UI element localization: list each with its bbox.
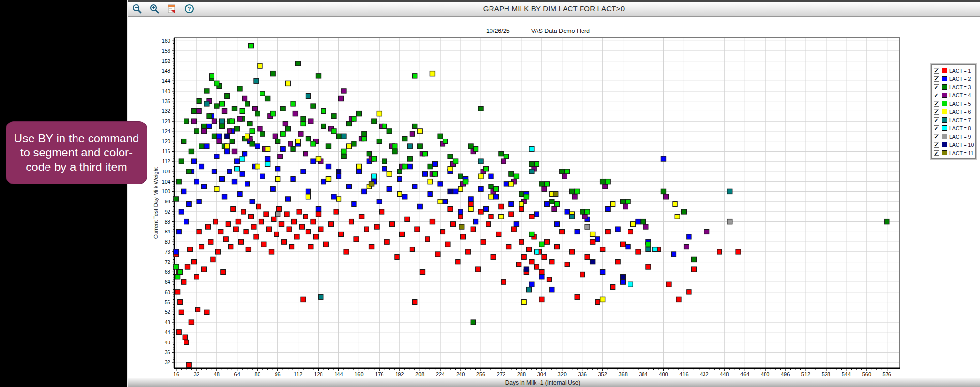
herd-name: VAS Data Demo Herd bbox=[531, 28, 590, 34]
data-point bbox=[407, 156, 412, 161]
data-point bbox=[509, 201, 514, 206]
data-point bbox=[687, 290, 691, 294]
data-point bbox=[681, 209, 686, 214]
data-point bbox=[673, 201, 677, 206]
data-point bbox=[184, 119, 189, 124]
data-point bbox=[478, 209, 483, 214]
data-point bbox=[501, 159, 506, 164]
data-point bbox=[501, 279, 506, 284]
data-point bbox=[306, 194, 311, 199]
data-point bbox=[336, 197, 341, 201]
data-point bbox=[279, 222, 284, 227]
data-point bbox=[223, 237, 228, 242]
data-point bbox=[534, 212, 539, 217]
svg-text:272: 272 bbox=[497, 372, 505, 377]
data-point bbox=[631, 222, 636, 227]
data-point bbox=[316, 74, 321, 78]
legend-checkbox-10[interactable]: ✓ bbox=[934, 142, 939, 148]
data-point bbox=[443, 199, 448, 204]
data-point bbox=[344, 249, 349, 254]
data-point bbox=[199, 164, 204, 169]
data-point bbox=[323, 242, 328, 247]
data-point bbox=[433, 161, 438, 166]
data-point bbox=[554, 245, 559, 249]
data-point bbox=[252, 106, 257, 111]
legend-swatch-9 bbox=[942, 134, 947, 139]
legend-checkbox-5[interactable]: ✓ bbox=[934, 101, 939, 107]
data-point bbox=[250, 199, 255, 204]
data-point bbox=[311, 159, 316, 164]
legend-checkbox-6[interactable]: ✓ bbox=[934, 109, 939, 115]
data-point bbox=[539, 275, 544, 279]
data-point bbox=[247, 121, 252, 126]
data-point bbox=[493, 186, 498, 191]
legend-checkbox-7[interactable]: ✓ bbox=[934, 117, 939, 123]
data-point bbox=[691, 257, 696, 262]
data-point bbox=[326, 164, 331, 169]
data-point bbox=[428, 164, 432, 169]
data-point bbox=[336, 174, 341, 179]
data-point bbox=[519, 192, 524, 197]
svg-text:32: 32 bbox=[165, 359, 170, 365]
data-point bbox=[407, 144, 412, 149]
data-point bbox=[474, 219, 478, 224]
data-point bbox=[321, 124, 326, 129]
svg-text:132: 132 bbox=[162, 108, 170, 114]
svg-text:124: 124 bbox=[162, 128, 170, 134]
data-point bbox=[420, 269, 425, 274]
data-point bbox=[621, 242, 626, 247]
data-point bbox=[204, 310, 209, 314]
data-point bbox=[448, 167, 453, 171]
data-point bbox=[570, 249, 575, 254]
data-point bbox=[611, 201, 615, 206]
svg-text:560: 560 bbox=[862, 372, 871, 377]
data-point bbox=[182, 279, 186, 284]
data-point bbox=[251, 224, 256, 229]
data-point bbox=[232, 179, 237, 184]
data-point bbox=[554, 201, 559, 206]
legend-checkbox-1[interactable]: ✓ bbox=[934, 68, 939, 74]
legend-label-5: LACT = 5 bbox=[949, 101, 971, 107]
data-point bbox=[514, 222, 519, 227]
data-point bbox=[544, 239, 549, 244]
data-point bbox=[423, 152, 428, 156]
legend-checkbox-4[interactable]: ✓ bbox=[934, 93, 939, 98]
legend-checkbox-3[interactable]: ✓ bbox=[934, 84, 939, 90]
data-point bbox=[284, 212, 289, 217]
svg-text:48: 48 bbox=[214, 372, 220, 377]
data-point bbox=[410, 131, 414, 136]
data-point bbox=[675, 214, 680, 219]
data-point bbox=[178, 269, 183, 274]
legend-checkbox-8[interactable]: ✓ bbox=[934, 125, 939, 131]
legend-swatch-5 bbox=[942, 101, 947, 106]
data-point bbox=[299, 224, 304, 229]
data-point bbox=[369, 182, 374, 186]
x-axis-title: Days in Milk -1 (Internal Use) bbox=[180, 379, 905, 386]
data-point bbox=[448, 189, 453, 194]
data-point bbox=[265, 96, 270, 101]
data-point bbox=[250, 141, 255, 146]
data-point bbox=[529, 232, 534, 237]
legend-row-9: ✓LACT = 9 bbox=[934, 132, 973, 140]
data-point bbox=[184, 340, 189, 345]
data-point bbox=[468, 201, 473, 206]
data-point bbox=[212, 169, 217, 174]
legend-checkbox-11[interactable]: ✓ bbox=[934, 150, 939, 156]
data-point bbox=[362, 136, 367, 141]
data-point bbox=[282, 239, 287, 244]
svg-text:64: 64 bbox=[165, 279, 170, 285]
data-point bbox=[448, 154, 453, 159]
data-point bbox=[341, 154, 346, 159]
legend-checkbox-2[interactable]: ✓ bbox=[934, 76, 939, 82]
data-point bbox=[489, 174, 493, 179]
data-point bbox=[636, 219, 641, 224]
data-point bbox=[208, 239, 213, 244]
data-point bbox=[550, 260, 554, 264]
data-point bbox=[274, 232, 279, 237]
data-point bbox=[428, 179, 432, 184]
data-point bbox=[471, 320, 475, 325]
legend-checkbox-9[interactable]: ✓ bbox=[934, 134, 939, 139]
data-point bbox=[466, 249, 471, 254]
data-point bbox=[186, 201, 191, 206]
data-point bbox=[184, 219, 189, 224]
